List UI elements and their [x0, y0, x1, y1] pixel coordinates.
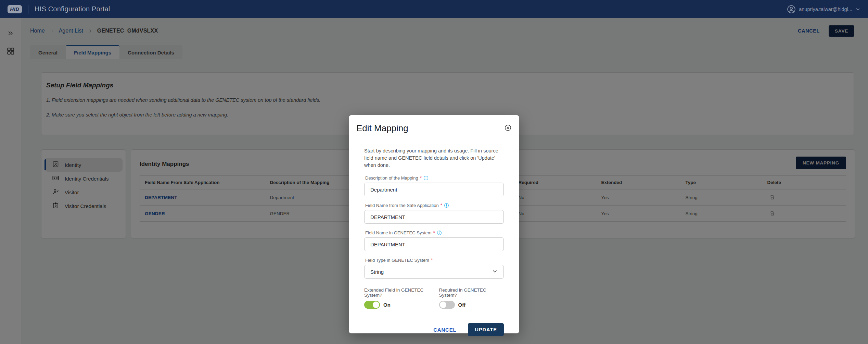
edit-mapping-dialog: Edit Mapping Start by describing your ma… [349, 115, 519, 333]
chevron-down-icon [855, 7, 860, 12]
required-asterisk: * [420, 175, 422, 181]
required-asterisk: * [433, 230, 435, 235]
extended-toggle[interactable] [364, 301, 380, 309]
extended-toggle-state: On [383, 302, 391, 308]
dialog-update-button[interactable]: UPDATE [468, 323, 504, 336]
dialog-intro-text: Start by describing your mapping and its… [364, 147, 508, 169]
user-email: anupriya.talwar@hidgl... [799, 7, 852, 12]
field-type-select[interactable]: String [364, 265, 504, 279]
safe-field-name-input[interactable] [364, 210, 504, 224]
app-window: HID HIS Configuration Portal anupriya.ta… [0, 0, 868, 344]
required-toggle-label: Required in GENETEC System? [439, 287, 504, 298]
header-divider [28, 5, 28, 14]
field-label: Field Name from the Safe Application [365, 203, 439, 208]
required-toggle[interactable] [439, 301, 455, 309]
field-label: Field Name in GENETEC System [365, 230, 432, 235]
field-label: Description of the Mapping [365, 175, 418, 181]
required-asterisk: * [441, 202, 442, 208]
app-header: HID HIS Configuration Portal anupriya.ta… [0, 0, 868, 18]
user-avatar-icon [787, 5, 796, 14]
chevron-down-icon [492, 268, 498, 275]
required-toggle-state: Off [458, 302, 466, 308]
info-icon[interactable] [437, 230, 442, 235]
hid-logo: HID [8, 5, 22, 13]
user-menu[interactable]: anupriya.talwar@hidgl... [787, 5, 860, 14]
field-label: Field Type in GENETEC System [365, 258, 429, 263]
extended-toggle-label: Extended Field in GENETEC System? [364, 287, 429, 298]
close-icon[interactable] [504, 124, 512, 133]
field-type-value: String [370, 269, 492, 275]
description-input[interactable] [364, 183, 504, 196]
app-title: HIS Configuration Portal [35, 5, 110, 13]
dialog-title: Edit Mapping [356, 123, 408, 134]
info-icon[interactable] [423, 175, 429, 181]
genetec-field-name-input[interactable] [364, 237, 504, 251]
dialog-cancel-button[interactable]: CANCEL [433, 327, 456, 333]
info-icon[interactable] [444, 203, 449, 208]
required-asterisk: * [431, 257, 433, 263]
